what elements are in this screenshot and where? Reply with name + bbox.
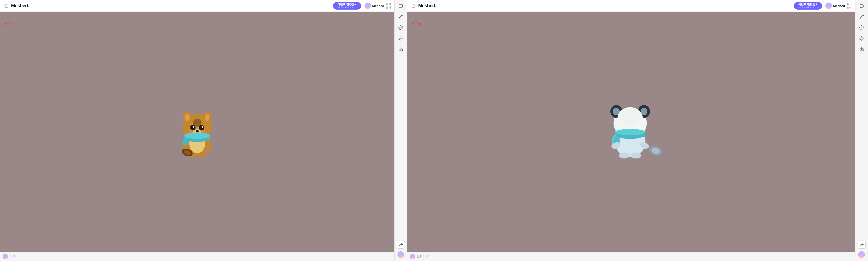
right-character: [593, 93, 670, 170]
right-gear-icon[interactable]: [857, 34, 866, 42]
svg-point-29: [184, 133, 210, 139]
right-event-badge-line1: 이벤트 진행중✦: [798, 3, 818, 6]
right-bottombar-path: / AI: [426, 255, 430, 258]
svg-point-10: [4, 23, 5, 25]
left-bottombar-path: / AI: [12, 255, 17, 258]
pencil-icon[interactable]: [397, 13, 405, 21]
svg-point-77: [411, 257, 414, 259]
download-icon[interactable]: [397, 45, 405, 53]
svg-point-85: [861, 253, 863, 255]
left-event-badge-line2: 다계정 모두 이벤트 시작: [336, 6, 359, 9]
right-bottombar-avatar: [410, 254, 415, 259]
left-user-section[interactable]: Meshed 설정관리: [365, 2, 391, 9]
svg-text:Y: Y: [8, 15, 10, 18]
right-event-badge[interactable]: 이벤트 진행중✦ 다계정 모두 이벤트 시작: [794, 2, 822, 9]
svg-point-81: [861, 243, 863, 244]
left-panel: Meshed. 이벤트 진행중✦ 다계정 모두 이벤트 시작 Meshed 설정…: [0, 0, 394, 261]
right-bottombar: / / AI: [407, 252, 855, 261]
left-user-name: Meshed: [372, 4, 384, 8]
svg-point-23: [193, 126, 194, 128]
svg-point-76: [412, 255, 413, 257]
right-settings-icon[interactable]: [857, 23, 866, 32]
svg-point-79: [861, 38, 862, 39]
right-settings-link[interactable]: 설정관리: [847, 2, 852, 9]
right-panel: Meshed. 이벤트 진행중✦ 다계정 모두 이벤트 시작 Meshed 설정…: [407, 0, 855, 261]
right-home-icon[interactable]: [410, 3, 416, 9]
left-app-title: Meshed.: [11, 3, 331, 8]
right-topbar: Meshed. 이벤트 진행중✦ 다계정 모두 이벤트 시작 Meshed 설정…: [407, 0, 855, 12]
svg-point-24: [202, 126, 203, 128]
svg-point-46: [400, 253, 402, 255]
svg-point-33: [198, 153, 207, 157]
left-event-badge-line1: 이벤트 진행중✦: [337, 3, 357, 6]
right-app-title: Meshed.: [418, 3, 792, 8]
svg-point-19: [185, 114, 189, 121]
left-bottombar: / / AI: [0, 252, 394, 261]
add-user-icon[interactable]: [397, 240, 405, 249]
svg-point-40: [400, 38, 401, 39]
left-character: [167, 102, 227, 161]
left-topbar: Meshed. 이벤트 진행중✦ 다계정 모두 이벤트 시작 Meshed 설정…: [0, 0, 394, 12]
right-add-user-icon[interactable]: [858, 240, 866, 249]
chat-icon[interactable]: [397, 2, 405, 11]
svg-text:X: X: [13, 23, 14, 25]
svg-point-55: [420, 23, 421, 25]
right-event-badge-line2: 다계정 모두 이벤트 시작: [797, 6, 819, 9]
left-event-badge[interactable]: 이벤트 진행중✦ 다계정 모두 이벤트 시작: [333, 2, 361, 9]
left-axis-gizmo: Y X: [4, 15, 14, 26]
right-side-toolbar: [855, 0, 868, 261]
svg-point-21: [190, 125, 195, 130]
svg-point-37: [4, 255, 6, 257]
left-bottombar-slash: /: [10, 255, 11, 258]
left-home-icon[interactable]: [3, 3, 9, 9]
svg-point-49: [828, 4, 830, 6]
svg-point-20: [205, 114, 209, 121]
right-bottombar-slash: /: [423, 255, 424, 258]
gear-icon[interactable]: [397, 34, 405, 42]
right-viewport[interactable]: Y: [407, 12, 855, 252]
right-chat-icon[interactable]: [857, 2, 866, 11]
left-avatar: [365, 3, 371, 9]
svg-text:Y: Y: [416, 15, 417, 18]
middle-toolbar: [394, 0, 407, 261]
right-bottombar-chat-icon: [417, 254, 421, 259]
right-toolbar-user-avatar[interactable]: [858, 251, 865, 258]
right-user-section[interactable]: Meshed 설정관리: [826, 2, 852, 9]
settings-icon[interactable]: [397, 23, 405, 32]
toolbar-user-avatar[interactable]: [397, 251, 404, 258]
svg-point-38: [4, 257, 7, 259]
svg-line-54: [415, 22, 420, 24]
svg-point-72: [619, 153, 630, 159]
right-pencil-icon[interactable]: [857, 13, 866, 21]
left-viewport[interactable]: Y X: [0, 12, 394, 252]
right-axis-gizmo: Y: [411, 15, 422, 26]
svg-point-22: [199, 125, 204, 130]
svg-point-78: [861, 27, 862, 28]
svg-point-42: [400, 243, 402, 244]
svg-line-9: [5, 22, 8, 24]
svg-point-1: [367, 4, 369, 6]
right-avatar: [826, 3, 832, 9]
svg-point-74: [621, 108, 640, 125]
right-download-icon[interactable]: [857, 45, 866, 53]
svg-point-73: [630, 153, 641, 159]
svg-point-69: [615, 129, 646, 135]
svg-point-26: [195, 130, 199, 133]
left-settings-link[interactable]: 설정관리: [386, 2, 391, 9]
left-bottombar-avatar: [3, 254, 8, 259]
svg-point-39: [400, 27, 401, 28]
right-user-name: Meshed: [833, 4, 845, 8]
